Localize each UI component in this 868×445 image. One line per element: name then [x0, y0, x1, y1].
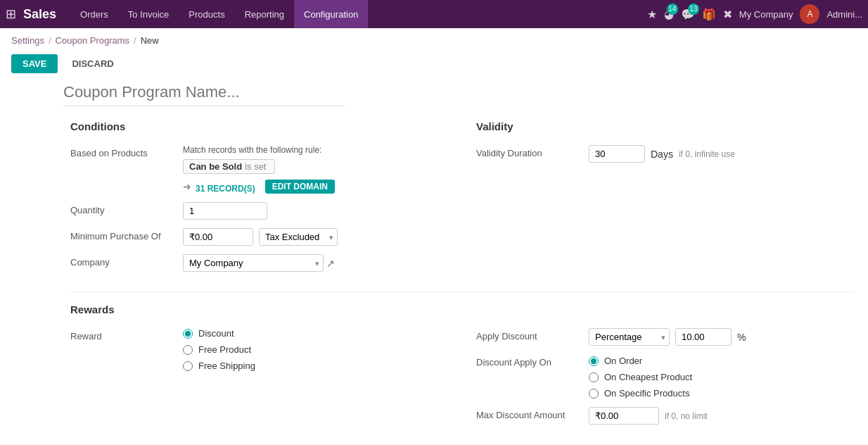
breadcrumb-settings[interactable]: Settings: [11, 35, 44, 46]
max-discount-label: Max Discount Amount: [476, 407, 589, 420]
reward-row: Reward Discount Free Product: [70, 328, 448, 371]
validity-note: if 0, infinite use: [679, 149, 735, 159]
records-link[interactable]: 31 RECORD(S): [196, 184, 255, 194]
max-discount-row: Max Discount Amount if 0, no limit: [476, 407, 854, 425]
notification-2-btn[interactable]: 💬 13: [681, 8, 695, 21]
breadcrumb-coupon-programs[interactable]: Coupon Programs: [56, 35, 130, 46]
gift-icon[interactable]: 🎁: [702, 8, 716, 21]
reward-radio-group: Discount Free Product Free Shipping: [183, 328, 448, 371]
discount-on-specific-option[interactable]: On Specific Products: [589, 388, 854, 399]
domain-filter-text: Match records with the following rule:: [183, 145, 448, 155]
conditions-section: Conditions Based on Products Match recor…: [70, 120, 448, 280]
action-bar: SAVE DISCARD: [0, 50, 868, 80]
reward-free-shipping-option[interactable]: Free Shipping: [183, 361, 448, 371]
based-on-products-value: Match records with the following rule: C…: [183, 145, 448, 194]
notification-2-badge: 13: [688, 4, 699, 15]
discount-apply-on-value: On Order On Cheapest Product On Specific…: [589, 354, 854, 399]
quantity-value: [183, 202, 448, 220]
section-divider: [70, 292, 854, 292]
min-purchase-input[interactable]: [183, 228, 253, 246]
discount-on-order-option[interactable]: On Order: [589, 356, 854, 366]
breadcrumb: Settings / Coupon Programs / New: [0, 28, 868, 50]
discount-on-cheapest-option[interactable]: On Cheapest Product: [589, 372, 854, 382]
reward-free-product-radio[interactable]: [183, 345, 193, 355]
based-on-products-label: Based on Products: [70, 145, 183, 158]
edit-domain-button[interactable]: EDIT DOMAIN: [265, 180, 335, 194]
breadcrumb-current: New: [141, 35, 159, 46]
external-link-icon[interactable]: ↗: [326, 258, 335, 269]
discount-on-order-label: On Order: [604, 356, 642, 366]
rewards-two-col: Reward Discount Free Product: [70, 328, 854, 433]
company-row: Company My Company ↗: [70, 254, 448, 272]
discard-button[interactable]: DISCARD: [63, 54, 122, 73]
avatar[interactable]: A: [800, 4, 819, 24]
discount-apply-on-label: Discount Apply On: [476, 354, 589, 368]
nav-reporting[interactable]: Reporting: [235, 0, 294, 28]
coupon-name-input[interactable]: [63, 80, 345, 106]
company-name: My Company: [739, 9, 793, 20]
validity-duration-label: Validity Duration: [476, 145, 589, 158]
discount-apply-on-row: Discount Apply On On Order On Cheapest P…: [476, 354, 854, 399]
app-title: Sales: [23, 7, 56, 22]
discount-type-select[interactable]: Percentage Fixed Amount: [589, 328, 670, 346]
form-container: Conditions Based on Products Match recor…: [56, 80, 868, 445]
reward-free-shipping-radio[interactable]: [183, 361, 193, 371]
domain-op: is set: [245, 161, 266, 172]
arrow-icon: ➜: [183, 181, 191, 192]
nav-products[interactable]: Products: [179, 0, 234, 28]
validity-title: Validity: [476, 120, 854, 135]
settings-icon[interactable]: ★: [647, 8, 657, 21]
quantity-row: Quantity: [70, 202, 448, 220]
apply-discount-label: Apply Discount: [476, 328, 589, 341]
domain-tag: Can be Sold is set: [183, 159, 275, 174]
nav-orders[interactable]: Orders: [70, 0, 118, 28]
discount-on-cheapest-radio[interactable]: [589, 372, 599, 382]
validity-unit: Days: [651, 149, 673, 160]
nav-to-invoice[interactable]: To Invoice: [118, 0, 179, 28]
reward-discount-radio[interactable]: [183, 329, 193, 339]
max-discount-input[interactable]: [589, 407, 659, 425]
quantity-input[interactable]: [183, 202, 267, 220]
domain-field: Can be Sold: [189, 161, 242, 172]
reward-discount-option[interactable]: Discount: [183, 328, 448, 339]
min-purchase-row: Minimum Purchase Of Tax Excluded Tax Inc…: [70, 228, 448, 246]
save-button[interactable]: SAVE: [11, 54, 58, 73]
tools-icon[interactable]: ✖: [723, 8, 732, 21]
based-on-products-row: Based on Products Match records with the…: [70, 145, 448, 194]
validity-duration-input[interactable]: [589, 145, 645, 163]
discount-on-specific-radio[interactable]: [589, 389, 599, 399]
apply-discount-value: Percentage Fixed Amount %: [589, 328, 854, 346]
tax-select[interactable]: Tax Excluded Tax Included: [259, 228, 338, 246]
max-discount-note: if 0, no limit: [665, 411, 708, 421]
validity-duration-value: Days if 0, infinite use: [589, 145, 854, 163]
company-select[interactable]: My Company: [183, 254, 324, 272]
reward-free-shipping-label: Free Shipping: [198, 361, 255, 371]
discount-on-specific-label: On Specific Products: [604, 388, 689, 399]
min-purchase-value: Tax Excluded Tax Included: [183, 228, 448, 246]
discount-type-wrapper: Percentage Fixed Amount: [589, 328, 670, 346]
notification-1-btn[interactable]: ◕ 14: [664, 8, 674, 21]
reward-label: Reward: [70, 328, 183, 341]
company-select-wrapper: My Company: [183, 254, 324, 272]
admin-label: Admini...: [826, 9, 862, 20]
nav-configuration[interactable]: Configuration: [294, 0, 368, 28]
reward-free-product-option[interactable]: Free Product: [183, 344, 448, 355]
topnav: ⊞ Sales Orders To Invoice Products Repor…: [0, 0, 868, 28]
reward-left-col: Reward Discount Free Product: [70, 328, 448, 433]
company-label: Company: [70, 254, 183, 268]
grid-icon[interactable]: ⊞: [6, 6, 16, 22]
topnav-right: ★ ◕ 14 💬 13 🎁 ✖ My Company A Admini...: [647, 4, 862, 24]
discount-on-order-radio[interactable]: [589, 356, 599, 366]
rewards-title: Rewards: [70, 303, 854, 318]
discount-value-input[interactable]: [675, 328, 732, 346]
breadcrumb-sep-1: /: [49, 35, 51, 46]
reward-free-product-label: Free Product: [198, 344, 251, 355]
quantity-label: Quantity: [70, 202, 183, 215]
company-value: My Company ↗: [183, 254, 448, 272]
min-purchase-label: Minimum Purchase Of: [70, 228, 183, 242]
tax-select-wrapper: Tax Excluded Tax Included: [259, 228, 338, 246]
topnav-menu: Orders To Invoice Products Reporting Con…: [70, 0, 647, 28]
validity-section: Validity Validity Duration Days if 0, in…: [476, 120, 854, 280]
discount-apply-options: On Order On Cheapest Product On Specific…: [589, 356, 854, 399]
apply-discount-row: Apply Discount Percentage Fixed Amount %: [476, 328, 854, 346]
